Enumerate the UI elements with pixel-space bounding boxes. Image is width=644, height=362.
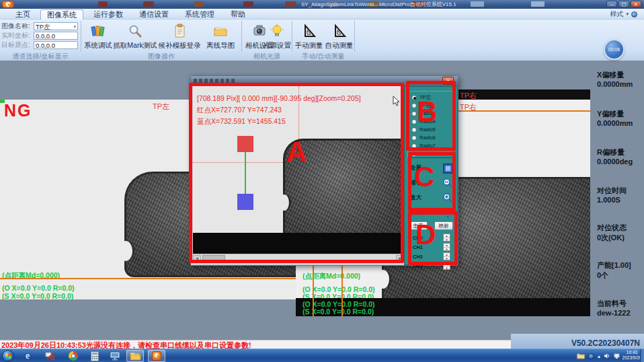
stat-align-time: 对位时间 1.000S [597, 186, 644, 204]
taskbar-calculator-icon[interactable] [86, 350, 104, 362]
annotation-box-a [189, 83, 404, 263]
taskbar-disconnect-icon[interactable] [42, 350, 59, 362]
group-label-image-ops: 图像操作 [81, 52, 242, 61]
tray-caret-icon[interactable]: ▴ [598, 353, 600, 359]
right-view-orange-vline [341, 263, 343, 316]
minimize-button[interactable]: — [606, 1, 617, 7]
tab-comm-settings[interactable]: 通信设置 [133, 9, 175, 20]
part-notch [375, 270, 391, 289]
tab-image-system[interactable]: 图像系统 [40, 9, 83, 20]
titlebar-deco [285, 1, 296, 7]
right-view-orange-line [457, 110, 590, 112]
group-label-camera-light: 相机光源 [241, 52, 292, 61]
target-origin-label: 目标原点: [1, 40, 34, 50]
part-notch [117, 241, 134, 261]
tab-system-mgmt[interactable]: 系统管理 [179, 9, 220, 20]
annotation-letter-d: D [415, 221, 436, 249]
magnifier-icon [127, 22, 143, 40]
status-bar: 2023年09月26日10:43:53光源没有连接，请检查串口线缆以及串口设置参… [0, 340, 644, 349]
style-label: 样式 [610, 9, 623, 19]
close-button[interactable]: ✕ [631, 1, 641, 7]
folder-icon [212, 22, 229, 40]
titlebar-deco [98, 1, 108, 7]
start-button[interactable] [2, 350, 14, 362]
stat-r-offset: R偏移量 0.0000deg [597, 147, 644, 166]
tab-run-params[interactable]: 运行参数 [87, 9, 129, 20]
taskbar-chrome-icon[interactable] [65, 350, 82, 362]
maximize-button[interactable]: ▢ [618, 1, 629, 7]
right-view-orange-vline [313, 263, 314, 316]
windows-flag-icon [5, 353, 11, 360]
window-title: SY_AliagnSystemLinkToWorld---MicroDistPr… [301, 1, 456, 8]
menu-bar: 主页 图像系统 运行参数 通信设置 系统管理 帮助 样式 ▾ [0, 9, 644, 20]
titlebar-deco [243, 1, 253, 7]
right-view-label-top: TP右 [460, 91, 477, 101]
tray-folder-icon[interactable] [577, 353, 585, 359]
taskbar: e ▴ 1 [0, 349, 644, 362]
books-icon [90, 22, 106, 40]
clipboard-icon [171, 22, 188, 40]
image-name-label: 图像名称: [1, 22, 34, 31]
screen: SY_AliagnSystemLinkToWorld---MicroDistPr… [0, 0, 644, 362]
stat-y-offset: Y偏移量 0.0000mm [597, 109, 644, 127]
tray-network-icon[interactable] [614, 353, 621, 359]
app-logo-icon [2, 1, 14, 8]
style-menu[interactable]: 样式 ▾ [610, 9, 637, 19]
version-label: V50.2C20230407N [511, 334, 644, 349]
titlebar-deco [143, 1, 154, 7]
left-view-s-coord-text: (S X=0.0 Y=0.0 R=0.0) [2, 292, 73, 299]
chevron-down-icon: ▾ [73, 23, 76, 30]
taskbar-ie-icon[interactable]: e [19, 350, 36, 362]
stat-part-number: 当前料号 dew-1222 [597, 299, 644, 317]
realtime-coord-value[interactable]: 0.0,0.0 [34, 32, 78, 40]
setsquare-icon [331, 22, 348, 40]
stat-x-offset: X偏移量 0.0000mm [597, 70, 644, 88]
stat-align-status: 对位状态 0次(OK) [597, 223, 644, 243]
left-view-label: TP左 [153, 102, 169, 112]
bulb-icon [269, 22, 285, 40]
taskbar-explorer-icon[interactable] [126, 350, 144, 362]
left-view-o-coord-text: (O X=0.0 Y=0.0 R=0.0) [2, 284, 75, 292]
style-caret-icon: ▾ [626, 11, 629, 17]
tray-speaker-icon[interactable] [604, 353, 610, 359]
annotation-letter-c: C [414, 163, 434, 191]
group-label-measure: 手动/自动测量 [292, 52, 355, 61]
image-name-select[interactable]: TP左▾ [34, 22, 78, 30]
titlebar-deco [194, 1, 204, 7]
coord-panel: 图像名称: TP左▾ 实时坐标: 0.0,0.0 目标原点: 0.0,0.0 [0, 20, 81, 51]
timer-badge: 00:08 [604, 39, 625, 60]
system-tray: ▴ [577, 350, 621, 362]
ng-status-text: NG [4, 101, 32, 120]
tray-app-icon[interactable] [588, 353, 594, 359]
taskbar-computer-icon[interactable] [106, 350, 124, 362]
group-label-channel: 通道选择/坐标显示 [0, 52, 81, 61]
style-orb-icon [631, 11, 637, 17]
right-view-distance-text: (点距离Md=0.000) [303, 272, 360, 281]
show-desktop-button[interactable] [640, 349, 644, 362]
realtime-coord-label: 实时坐标: [1, 31, 34, 40]
titlebar-deco [531, 1, 545, 7]
tab-home[interactable]: 主页 [9, 9, 36, 20]
title-bar: SY_AliagnSystemLinkToWorld---MicroDistPr… [0, 0, 644, 9]
annotation-letter-b: B [417, 98, 437, 126]
taskbar-app-icon[interactable] [148, 350, 165, 362]
left-view-orange-line [0, 278, 296, 279]
target-origin-value[interactable]: 0.0,0.0 [34, 41, 78, 49]
titlebar-deco [471, 1, 484, 7]
annotation-letter-a: A [286, 138, 307, 166]
ribbon-group-labels: 通道选择/坐标显示 图像操作 相机光源 手动/自动测量 [0, 52, 644, 61]
stat-capacity: 产能[1.00] 0个 [597, 260, 644, 281]
tab-help[interactable]: 帮助 [225, 9, 251, 20]
setsquare-icon [301, 22, 317, 40]
